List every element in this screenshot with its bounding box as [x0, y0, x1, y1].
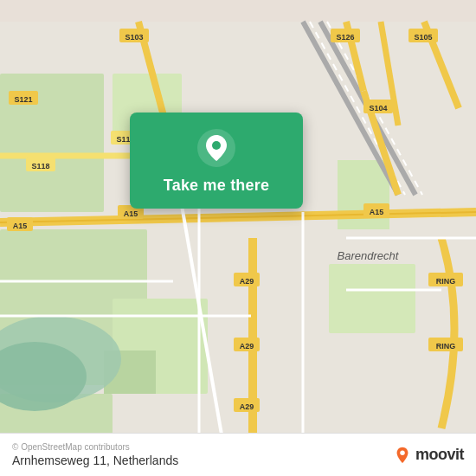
moovit-pin-icon — [393, 446, 412, 465]
bottom-bar: © OpenStreetMap contributors Arnhemseweg… — [0, 433, 476, 476]
svg-point-64 — [400, 450, 405, 455]
svg-text:A29: A29 — [240, 277, 254, 286]
location-pin-icon — [196, 128, 236, 168]
svg-text:RING: RING — [436, 342, 456, 351]
svg-text:Barendrecht: Barendrecht — [338, 249, 400, 262]
popup-card: Take me there — [130, 113, 303, 209]
svg-text:S118: S118 — [31, 162, 49, 170]
svg-text:RING: RING — [436, 277, 456, 286]
map-container: S121 S118 S118 S103 S126 S105 S104 A15 A… — [0, 0, 476, 476]
map-svg: S121 S118 S118 S103 S126 S105 S104 A15 A… — [0, 0, 476, 476]
take-me-there-button[interactable]: Take me there — [164, 177, 269, 195]
svg-text:A15: A15 — [124, 209, 138, 218]
copyright-text: © OpenStreetMap contributors — [12, 442, 178, 452]
svg-text:S126: S126 — [336, 33, 354, 42]
svg-text:A15: A15 — [370, 208, 384, 216]
svg-text:A29: A29 — [240, 342, 254, 351]
svg-text:S121: S121 — [14, 95, 32, 104]
svg-text:S104: S104 — [369, 104, 387, 113]
moovit-wordmark: moovit — [415, 446, 464, 464]
svg-rect-6 — [329, 264, 415, 333]
svg-text:A29: A29 — [240, 402, 254, 411]
svg-text:S105: S105 — [414, 33, 432, 42]
svg-text:A15: A15 — [13, 222, 28, 230]
svg-point-63 — [212, 141, 221, 150]
address-text: Arnhemseweg 11, Netherlands — [12, 453, 178, 467]
bottom-left: © OpenStreetMap contributors Arnhemseweg… — [12, 442, 178, 467]
moovit-logo: moovit — [393, 446, 464, 465]
svg-text:S103: S103 — [125, 33, 143, 42]
